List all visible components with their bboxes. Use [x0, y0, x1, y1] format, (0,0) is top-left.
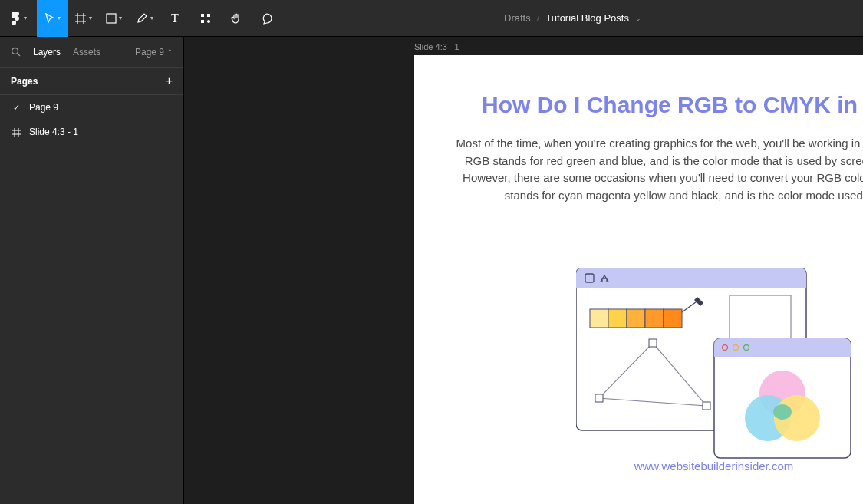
chevron-up-icon: ⌃ [167, 48, 173, 55]
breadcrumb-drafts[interactable]: Drafts [504, 12, 531, 24]
panel-tabs: Layers Assets Page 9 ⌃ [0, 37, 183, 68]
layer-row-label: Slide 4:3 - 1 [29, 127, 78, 137]
pen-icon [136, 12, 148, 25]
add-page-button[interactable]: + [166, 74, 173, 88]
slide-body: Most of the time, when you're creating g… [433, 135, 863, 204]
svg-point-30 [773, 404, 792, 420]
text-icon: T [171, 12, 179, 25]
slide-title: How Do I Change RGB to CMYK in Figma? [433, 92, 863, 118]
chevron-down-icon: ▾ [119, 15, 122, 21]
search-icon[interactable] [11, 47, 21, 57]
svg-point-4 [207, 20, 210, 23]
breadcrumb-separator: / [537, 12, 540, 24]
rectangle-icon [106, 13, 117, 24]
svg-rect-12 [608, 309, 627, 328]
svg-rect-9 [576, 282, 806, 288]
pages-header: Pages + [0, 68, 183, 95]
pages-label: Pages [11, 76, 38, 87]
tab-assets[interactable]: Assets [73, 47, 100, 58]
chevron-down-icon: ▾ [24, 15, 27, 21]
page-selector[interactable]: Page 9 ⌃ [135, 47, 173, 58]
left-sidebar: Layers Assets Page 9 ⌃ Pages + ✓ Page 9 … [0, 37, 184, 504]
frame-tool-button[interactable]: ▾ [68, 0, 98, 37]
svg-rect-17 [649, 339, 657, 347]
chevron-down-icon: ▾ [89, 15, 92, 21]
svg-rect-18 [595, 394, 603, 402]
figma-menu-button[interactable]: ▾ [0, 0, 37, 37]
page-row[interactable]: ✓ Page 9 [0, 95, 183, 120]
chevron-down-icon: ▾ [58, 15, 61, 21]
svg-rect-11 [590, 309, 608, 328]
chevron-down-icon: ▾ [150, 15, 153, 21]
pen-tool-button[interactable]: ▾ [129, 0, 160, 37]
svg-rect-0 [107, 14, 116, 23]
top-toolbar: ▾ ▾ ▾ ▾ ▾ T Drafts / Tutorial Blog Posts… [0, 0, 863, 37]
canvas[interactable]: Slide 4:3 - 1 How Do I Change RGB to CMY… [184, 37, 863, 504]
svg-line-6 [18, 54, 21, 57]
breadcrumb[interactable]: Drafts / Tutorial Blog Posts ⌄ [282, 12, 863, 24]
comment-icon [261, 12, 273, 25]
layer-row-frame[interactable]: Slide 4:3 - 1 [0, 120, 183, 144]
svg-rect-2 [207, 14, 210, 17]
figma-logo-icon [11, 12, 20, 25]
text-tool-button[interactable]: T [160, 0, 190, 37]
slide-illustration [576, 268, 852, 460]
svg-rect-23 [714, 351, 851, 357]
frame-label[interactable]: Slide 4:3 - 1 [414, 42, 459, 51]
svg-rect-1 [201, 14, 204, 17]
resources-button[interactable] [190, 0, 221, 37]
svg-rect-3 [201, 20, 204, 23]
move-tool-button[interactable]: ▾ [37, 0, 68, 37]
shape-tool-button[interactable]: ▾ [98, 0, 129, 37]
breadcrumb-document[interactable]: Tutorial Blog Posts [545, 12, 629, 24]
svg-rect-13 [627, 309, 645, 328]
hand-tool-button[interactable] [221, 0, 252, 37]
hand-icon [230, 12, 242, 25]
svg-rect-19 [703, 402, 710, 410]
svg-rect-14 [645, 309, 664, 328]
svg-point-5 [12, 48, 18, 54]
frame-icon [11, 128, 21, 137]
cursor-icon [44, 13, 55, 24]
resources-icon [199, 12, 212, 25]
page-row-label: Page 9 [29, 102, 58, 113]
chevron-down-icon[interactable]: ⌄ [635, 15, 641, 22]
frame-icon [74, 12, 87, 25]
tab-layers[interactable]: Layers [33, 47, 61, 58]
comment-tool-button[interactable] [252, 0, 282, 37]
check-icon: ✓ [11, 103, 21, 113]
svg-rect-15 [664, 309, 682, 328]
slide-footer-url: www.websitebuilderinsider.com [414, 460, 863, 473]
slide-frame[interactable]: How Do I Change RGB to CMYK in Figma? Mo… [414, 55, 863, 504]
